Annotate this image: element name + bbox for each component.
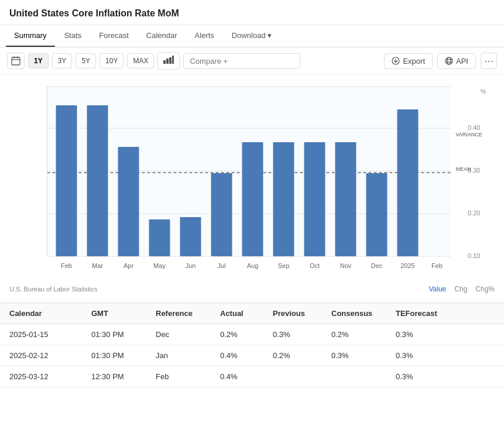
header-consensus: Consensus — [331, 309, 396, 318]
legend-chgpct[interactable]: Chg% — [475, 285, 495, 293]
cell-actual-2: 0.4% — [220, 372, 273, 381]
cell-previous-2 — [273, 372, 331, 381]
chart-legend: Value Chg Chg% — [428, 285, 495, 293]
chart-source-text: U.S. Bureau of Labor Statistics — [9, 286, 97, 293]
svg-rect-27 — [56, 105, 77, 256]
tab-summary[interactable]: Summary — [6, 25, 55, 47]
table-row[interactable]: 2025-01-15 01:30 PM Dec 0.2% 0.3% 0.2% 0… — [0, 324, 504, 345]
cell-reference-2: Feb — [156, 372, 220, 381]
header-previous: Previous — [273, 309, 331, 318]
svg-rect-7 — [172, 56, 174, 64]
export-label: Export — [403, 57, 425, 66]
svg-text:0.20: 0.20 — [468, 209, 480, 217]
tab-forecast[interactable]: Forecast — [91, 25, 137, 47]
data-table: Calendar GMT Reference Actual Previous C… — [0, 303, 504, 387]
table-header: Calendar GMT Reference Actual Previous C… — [0, 303, 504, 324]
svg-text:Sep: Sep — [278, 262, 290, 269]
svg-text:Dec: Dec — [371, 262, 383, 269]
svg-rect-35 — [180, 217, 201, 256]
table-row[interactable]: 2025-02-12 01:30 PM Jan 0.4% 0.2% 0.3% 0… — [0, 345, 504, 366]
svg-rect-45 — [335, 142, 356, 256]
compare-input[interactable] — [183, 53, 300, 69]
svg-rect-47 — [366, 173, 388, 256]
table-row[interactable]: 2025-03-12 12:30 PM Feb 0.4% 0.3% — [0, 366, 504, 387]
period-10y-button[interactable]: 10Y — [100, 53, 124, 68]
svg-text:0.10: 0.10 — [468, 252, 480, 259]
page-title: United States Core Inflation Rate MoM — [0, 0, 504, 25]
svg-rect-37 — [211, 173, 232, 256]
tab-download[interactable]: Download ▾ — [224, 25, 280, 47]
cell-consensus-0: 0.2% — [331, 330, 396, 339]
period-5y-button[interactable]: 5Y — [76, 53, 96, 68]
cell-calendar-0: 2025-01-15 — [9, 330, 91, 339]
cell-reference-0: Dec — [156, 330, 220, 339]
cell-calendar-1: 2025-02-12 — [9, 351, 91, 360]
chart-area: % 0.10 0.20 0.30 0.40 MEAN VARIANCE Feb … — [0, 75, 504, 297]
header-reference: Reference — [156, 309, 220, 318]
cell-actual-0: 0.2% — [220, 330, 273, 339]
svg-rect-4 — [163, 60, 166, 64]
svg-text:0.40: 0.40 — [468, 124, 480, 131]
tab-stats[interactable]: Stats — [56, 25, 90, 47]
svg-rect-41 — [273, 142, 294, 256]
svg-text:Feb: Feb — [61, 262, 72, 269]
cell-teforecast-2: 0.3% — [396, 372, 454, 381]
chart-footer: U.S. Bureau of Labor Statistics Value Ch… — [0, 281, 504, 297]
svg-text:%: % — [481, 88, 486, 95]
api-button[interactable]: API — [437, 53, 476, 69]
svg-text:Jun: Jun — [186, 262, 196, 269]
calendar-icon[interactable] — [7, 53, 25, 69]
svg-point-10 — [447, 57, 451, 64]
bar-chart: % 0.10 0.20 0.30 0.40 MEAN VARIANCE Feb … — [0, 81, 504, 280]
chart-type-button[interactable] — [157, 52, 180, 70]
cell-teforecast-0: 0.3% — [396, 330, 454, 339]
toolbar: 1Y 3Y 5Y 10Y MAX Export API ⋯ — [0, 47, 504, 75]
tab-calendar[interactable]: Calendar — [138, 25, 186, 47]
svg-text:MEAN: MEAN — [456, 166, 471, 172]
cell-consensus-1: 0.3% — [331, 351, 396, 360]
svg-rect-49 — [397, 109, 419, 256]
period-max-button[interactable]: MAX — [127, 53, 154, 68]
period-3y-button[interactable]: 3Y — [52, 53, 73, 68]
svg-text:Nov: Nov — [340, 262, 352, 269]
svg-text:Jul: Jul — [217, 262, 225, 269]
svg-rect-0 — [12, 57, 20, 65]
cell-gmt-1: 01:30 PM — [91, 351, 156, 360]
cell-calendar-2: 2025-03-12 — [9, 372, 91, 381]
header-actual: Actual — [220, 309, 273, 318]
svg-text:Feb: Feb — [431, 262, 443, 269]
svg-text:Oct: Oct — [310, 262, 320, 269]
tab-alerts[interactable]: Alerts — [187, 25, 222, 47]
cell-actual-1: 0.4% — [220, 351, 273, 360]
svg-rect-5 — [166, 59, 169, 64]
cell-teforecast-1: 0.3% — [396, 351, 454, 360]
header-calendar: Calendar — [9, 309, 91, 318]
period-1y-button[interactable]: 1Y — [28, 53, 49, 68]
svg-text:May: May — [153, 262, 166, 269]
svg-text:2025: 2025 — [400, 262, 414, 269]
cell-previous-1: 0.2% — [273, 351, 331, 360]
svg-point-9 — [445, 57, 452, 64]
toolbar-right: Export API ⋯ — [384, 53, 497, 69]
cell-gmt-0: 01:30 PM — [91, 330, 156, 339]
legend-chg[interactable]: Chg — [454, 285, 467, 293]
export-button[interactable]: Export — [384, 53, 433, 69]
header-teforecast: TEForecast — [396, 309, 454, 318]
svg-rect-6 — [169, 57, 172, 64]
navigation-tabs: Summary Stats Forecast Calendar Alerts D… — [0, 25, 504, 47]
svg-rect-43 — [304, 142, 325, 256]
svg-text:Apr: Apr — [124, 262, 133, 269]
svg-text:Mar: Mar — [92, 262, 103, 269]
svg-rect-33 — [149, 219, 170, 256]
svg-text:Aug: Aug — [247, 262, 259, 269]
cell-consensus-2 — [331, 372, 396, 381]
svg-text:VARIANCE: VARIANCE — [456, 132, 482, 138]
api-label: API — [456, 57, 468, 66]
cell-gmt-2: 12:30 PM — [91, 372, 156, 381]
svg-rect-39 — [242, 142, 263, 256]
legend-value[interactable]: Value — [428, 285, 446, 293]
svg-rect-29 — [87, 105, 108, 256]
more-options-button[interactable]: ⋯ — [481, 53, 497, 69]
svg-rect-31 — [118, 147, 139, 256]
header-gmt: GMT — [91, 309, 156, 318]
